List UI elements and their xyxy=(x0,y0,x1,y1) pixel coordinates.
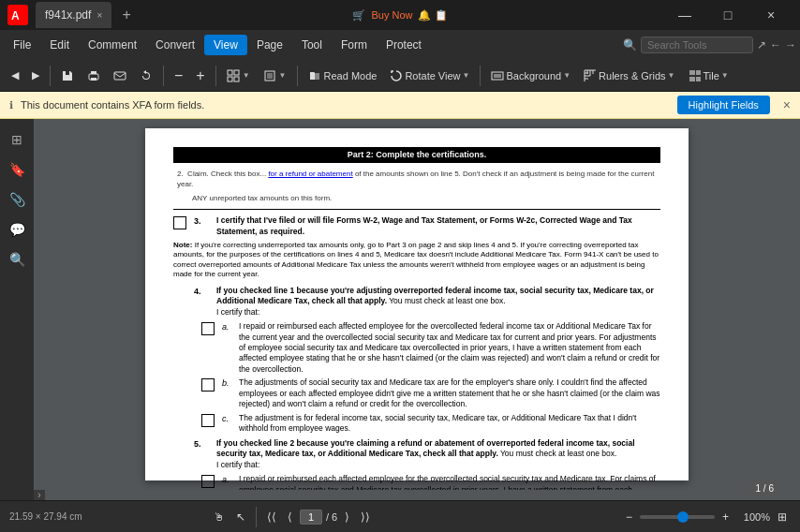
svg-rect-11 xyxy=(267,73,273,79)
save-btn[interactable] xyxy=(55,66,80,85)
tab-area: f941x.pdf × + xyxy=(36,2,663,28)
first-page-btn[interactable]: ⟨⟨ xyxy=(263,509,280,525)
menu-form[interactable]: Form xyxy=(332,35,377,55)
zoom-out-btn[interactable]: − xyxy=(622,509,636,525)
read-mode-btn[interactable]: Read Mode xyxy=(303,66,383,85)
search-icon[interactable]: 🔍 xyxy=(4,246,30,273)
zoom-out-btn[interactable]: − xyxy=(169,65,188,87)
item4c-text: The adjustment is for federal income tax… xyxy=(239,413,660,435)
zoom-slider-thumb[interactable] xyxy=(677,511,689,523)
svg-rect-23 xyxy=(696,70,701,75)
search-icon: 🔍 xyxy=(623,38,637,52)
mouse-mode-btn[interactable]: 🖱 xyxy=(210,509,229,525)
item4-subtext: You must check at least one box. xyxy=(389,296,505,305)
menu-file[interactable]: File xyxy=(4,35,40,55)
zoom-level: 100% xyxy=(736,511,770,523)
toolbar: ◀ ▶ − + ▼ ▼ Read Mode Rotate View ▼ Back… xyxy=(0,60,800,92)
menu-comment[interactable]: Comment xyxy=(79,35,146,55)
title-bar: A f941x.pdf × + 🛒 Buy Now 🔔 📋 — □ × xyxy=(0,0,800,30)
tab-close-btn[interactable]: × xyxy=(96,10,102,21)
view-options-btn[interactable]: ▼ xyxy=(221,66,256,85)
buy-now-label[interactable]: Buy Now xyxy=(371,9,412,21)
content-area: Part 2: Complete the certifications. 2. … xyxy=(34,119,800,500)
rotate-btn[interactable] xyxy=(134,66,158,85)
menu-tool[interactable]: Tool xyxy=(292,35,332,55)
rulers-grids-btn[interactable]: Rulers & Grids ▼ xyxy=(578,66,680,85)
maximize-btn[interactable]: □ xyxy=(706,2,749,28)
separator-5 xyxy=(480,66,481,86)
next-page-btn[interactable]: ⟩ xyxy=(341,509,353,525)
back-btn[interactable]: ◀ xyxy=(6,66,24,84)
item4-certify: I certify that: xyxy=(216,307,259,317)
close-btn[interactable]: × xyxy=(749,2,793,28)
menu-view[interactable]: View xyxy=(204,35,247,55)
svg-rect-7 xyxy=(234,70,239,75)
svg-rect-13 xyxy=(494,74,501,78)
tile-btn[interactable]: Tile ▼ xyxy=(683,66,734,85)
select-mode-btn[interactable]: ↖ xyxy=(232,509,249,525)
zoom-in-btn[interactable]: + xyxy=(719,509,733,525)
search-area: 🔍 ↗ ← → xyxy=(623,37,796,53)
pages-icon[interactable]: ⊞ xyxy=(4,126,30,153)
item4c-row: c. The adjustment is for federal income … xyxy=(173,413,660,435)
notification-close-btn[interactable]: × xyxy=(783,97,791,112)
item5a-row: a. I repaid or reimbursed each affected … xyxy=(173,474,660,490)
menu-convert[interactable]: Convert xyxy=(146,35,204,55)
item5a-text: I repaid or reimbursed each affected emp… xyxy=(239,474,660,490)
notification-text: This document contains XFA form fields. xyxy=(21,99,204,111)
svg-rect-4 xyxy=(91,78,96,81)
rulers-grids-label: Rulers & Grids xyxy=(599,70,666,81)
info-icon: ℹ xyxy=(9,99,13,111)
background-btn[interactable]: Background ▼ xyxy=(485,66,576,85)
rotate-view-btn[interactable]: Rotate View ▼ xyxy=(384,66,475,85)
bottom-toolbar: 21.59 × 27.94 cm 🖱 ↖ ⟨⟨ ⟨ / 6 ⟩ ⟩⟩ − + 1… xyxy=(0,500,800,532)
search-input[interactable] xyxy=(641,37,753,53)
fit-window-btn[interactable]: ⊞ xyxy=(774,509,791,525)
part-header: Part 2: Complete the certifications. xyxy=(173,147,660,163)
zoom-in-btn[interactable]: + xyxy=(190,65,210,87)
mail-btn[interactable] xyxy=(108,66,132,85)
divider-1 xyxy=(173,209,660,210)
menu-protect[interactable]: Protect xyxy=(377,35,431,55)
note-text: If you're correcting underreported tax a… xyxy=(173,241,659,278)
forward-btn[interactable]: ▶ xyxy=(26,66,45,84)
svg-rect-6 xyxy=(228,70,232,75)
svg-rect-25 xyxy=(696,77,701,81)
highlight-fields-btn[interactable]: Highlight Fields xyxy=(677,96,770,114)
separator-3 xyxy=(215,66,216,86)
new-tab-btn[interactable]: + xyxy=(115,4,138,26)
prev-page-btn[interactable]: ⟨ xyxy=(284,509,296,525)
right-collapse-handle[interactable]: › xyxy=(34,490,45,500)
item4c-checkbox[interactable] xyxy=(201,414,215,427)
separator-bottom xyxy=(256,507,257,527)
forward-icon[interactable]: → xyxy=(785,38,796,52)
fit-btn[interactable]: ▼ xyxy=(258,66,292,85)
main-area: ⊞ 🔖 📎 💬 🔍 Part 2: Complete the certifica… xyxy=(0,119,800,500)
menu-page[interactable]: Page xyxy=(247,35,292,55)
attachments-icon[interactable]: 📎 xyxy=(4,186,30,213)
buy-now-icon: 🛒 xyxy=(352,9,365,22)
svg-rect-24 xyxy=(689,77,695,81)
item4a-text: I repaid or reimbursed each affected emp… xyxy=(239,321,660,375)
svg-rect-5 xyxy=(114,72,126,80)
item3-checkbox[interactable] xyxy=(173,216,186,229)
comments-icon[interactable]: 💬 xyxy=(4,216,30,243)
item5a-checkbox[interactable] xyxy=(201,475,215,488)
page-input[interactable] xyxy=(300,510,322,525)
item4b-checkbox[interactable] xyxy=(201,378,215,392)
pdf-tab[interactable]: f941x.pdf × xyxy=(36,2,111,28)
last-page-btn[interactable]: ⟩⟩ xyxy=(357,509,374,525)
menu-edit[interactable]: Edit xyxy=(40,35,79,55)
external-link-icon[interactable]: ↗ xyxy=(757,38,766,52)
note-block: Note: If you're correcting underreported… xyxy=(173,241,660,280)
back-icon[interactable]: ← xyxy=(770,38,781,52)
svg-rect-8 xyxy=(228,77,232,81)
page-container[interactable]: Part 2: Complete the certifications. 2. … xyxy=(34,119,800,490)
item5-header-row: 5. If you checked line 2 because you're … xyxy=(173,438,660,470)
right-handle-arrow: › xyxy=(37,490,40,500)
zoom-slider[interactable] xyxy=(640,515,715,519)
minimize-btn[interactable]: — xyxy=(663,2,706,28)
bookmarks-icon[interactable]: 🔖 xyxy=(4,156,30,183)
item4a-checkbox[interactable] xyxy=(201,322,215,335)
print-btn[interactable] xyxy=(81,66,106,85)
